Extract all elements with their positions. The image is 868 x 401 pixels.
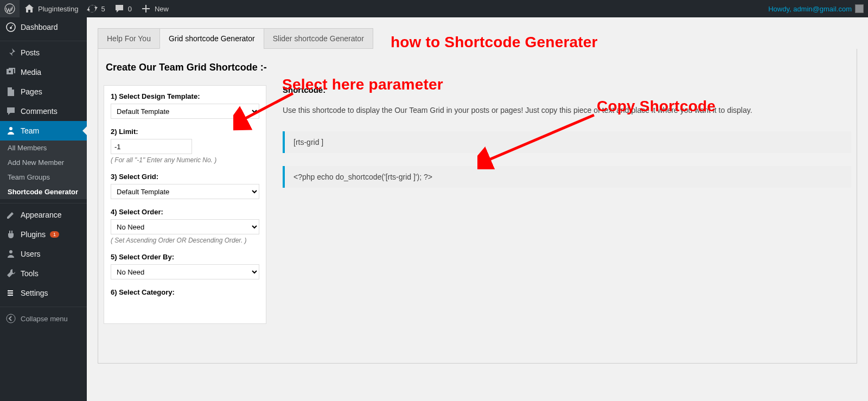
menu-appearance[interactable]: Appearance xyxy=(0,205,87,225)
submenu-add-member[interactable]: Add New Member xyxy=(0,155,87,170)
php-output[interactable]: <?php echo do_shortcode('[rts-grid ]'); … xyxy=(283,166,851,188)
menu-dashboard-label: Dashboard xyxy=(21,23,58,31)
admin-sidebar: Dashboard Posts Media Pages Comments Tea… xyxy=(0,17,87,401)
select-order[interactable]: No Need xyxy=(111,219,259,234)
settings-icon xyxy=(5,288,16,298)
main-content: Help For You Grid shortcode Generator Sl… xyxy=(87,17,868,401)
new-label: New xyxy=(155,5,169,13)
page-title: Create Our Team Grid Shortcode :- xyxy=(106,62,851,73)
wordpress-icon xyxy=(4,3,15,14)
field-category-label: 6) Select Category: xyxy=(111,288,259,296)
svg-point-5 xyxy=(8,290,10,292)
tab-panel: Create Our Team Grid Shortcode :- 1) Sel… xyxy=(98,49,857,364)
appearance-icon xyxy=(5,209,16,220)
parameter-scroll[interactable]: 1) Select Design Template: Default Templ… xyxy=(104,86,266,323)
svg-point-8 xyxy=(7,314,15,323)
svg-point-3 xyxy=(9,127,12,130)
update-icon xyxy=(87,3,98,14)
svg-point-7 xyxy=(9,295,11,296)
submenu-shortcode-gen[interactable]: Shortcode Generator xyxy=(0,184,87,199)
home-icon xyxy=(24,3,35,14)
pages-icon xyxy=(5,86,16,97)
updates-count: 5 xyxy=(101,5,105,13)
menu-comments[interactable]: Comments xyxy=(0,101,87,121)
svg-point-2 xyxy=(9,71,11,73)
users-icon xyxy=(5,249,16,259)
menu-pages[interactable]: Pages xyxy=(0,82,87,101)
parameter-panel: 1) Select Design Template: Default Templ… xyxy=(104,85,266,324)
field-orderby-label: 5) Select Order By: xyxy=(111,253,259,261)
menu-users[interactable]: Users xyxy=(0,244,87,264)
menu-tools[interactable]: Tools xyxy=(0,264,87,283)
menu-posts-label: Posts xyxy=(21,48,40,57)
plugins-update-badge: 1 xyxy=(50,231,59,238)
comments-icon xyxy=(5,106,16,117)
field-order-label: 4) Select Order: xyxy=(111,208,259,216)
menu-settings-label: Settings xyxy=(21,289,48,297)
shortcode-output[interactable]: [rts-grid ] xyxy=(283,131,851,153)
collapse-menu[interactable]: Collapse menu xyxy=(0,309,87,328)
field-order-hint: ( Set Ascending Order OR Descending Orde… xyxy=(111,237,259,244)
select-orderby[interactable]: No Need xyxy=(111,264,259,279)
menu-media[interactable]: Media xyxy=(0,62,87,82)
menu-settings[interactable]: Settings xyxy=(0,283,87,303)
media-icon xyxy=(5,67,16,78)
site-name: Plugintesting xyxy=(38,5,78,13)
team-icon xyxy=(5,125,16,136)
tools-icon xyxy=(5,268,16,279)
avatar xyxy=(855,4,864,13)
field-design-template-label: 1) Select Design Template: xyxy=(111,92,259,100)
new-content-link[interactable]: New xyxy=(136,0,173,17)
site-name-link[interactable]: Plugintesting xyxy=(20,0,82,17)
menu-tools-label: Tools xyxy=(21,269,39,278)
wp-logo[interactable] xyxy=(0,0,20,17)
menu-plugins-label: Plugins xyxy=(21,230,46,239)
submenu-team-groups[interactable]: Team Groups xyxy=(0,170,87,184)
svg-point-6 xyxy=(11,292,13,294)
menu-appearance-label: Appearance xyxy=(21,211,62,219)
menu-users-label: Users xyxy=(21,250,41,258)
menu-team[interactable]: Team xyxy=(0,121,87,141)
select-grid[interactable]: Default Template xyxy=(111,184,259,199)
greeting: Howdy, admin@gmail.com xyxy=(768,5,852,13)
account-link[interactable]: Howdy, admin@gmail.com xyxy=(764,0,868,17)
menu-plugins[interactable]: Plugins 1 xyxy=(0,225,87,244)
field-grid-label: 3) Select Grid: xyxy=(111,173,259,181)
input-limit[interactable] xyxy=(111,139,192,154)
updates-link[interactable]: 5 xyxy=(82,0,109,17)
submenu-all-members[interactable]: All Members xyxy=(0,141,87,155)
tabs: Help For You Grid shortcode Generator Sl… xyxy=(98,28,857,49)
menu-team-label: Team xyxy=(21,126,39,135)
admin-bar: Plugintesting 5 0 New Howdy, admin@gmail… xyxy=(0,0,868,17)
menu-pages-label: Pages xyxy=(21,87,42,96)
collapse-label: Collapse menu xyxy=(21,315,68,323)
tab-help[interactable]: Help For You xyxy=(98,28,160,49)
comments-link[interactable]: 0 xyxy=(110,0,136,17)
pin-icon xyxy=(5,47,16,58)
plus-icon xyxy=(141,3,151,14)
field-limit-hint: ( For all "-1" Enter any Numeric No. ) xyxy=(111,156,259,164)
collapse-icon xyxy=(5,313,16,324)
dashboard-icon xyxy=(5,22,16,33)
plugins-icon xyxy=(5,229,16,240)
menu-media-label: Media xyxy=(21,68,41,77)
shortcode-description: Use this shortcode to display the Our Te… xyxy=(283,104,851,116)
comments-count: 0 xyxy=(128,5,132,13)
submenu-team: All Members Add New Member Team Groups S… xyxy=(0,141,87,199)
tab-grid-generator[interactable]: Grid shortcode Generator xyxy=(159,28,264,49)
tab-slider-generator[interactable]: Slider shortcode Generator xyxy=(264,28,373,49)
shortcode-heading: Shortcode: xyxy=(283,85,851,94)
menu-comments-label: Comments xyxy=(21,107,58,116)
comment-icon xyxy=(114,3,125,14)
menu-dashboard[interactable]: Dashboard xyxy=(0,17,87,37)
menu-posts[interactable]: Posts xyxy=(0,43,87,62)
select-design-template[interactable]: Default Template xyxy=(111,104,259,119)
field-limit-label: 2) Limit: xyxy=(111,128,259,136)
svg-point-4 xyxy=(9,250,12,253)
